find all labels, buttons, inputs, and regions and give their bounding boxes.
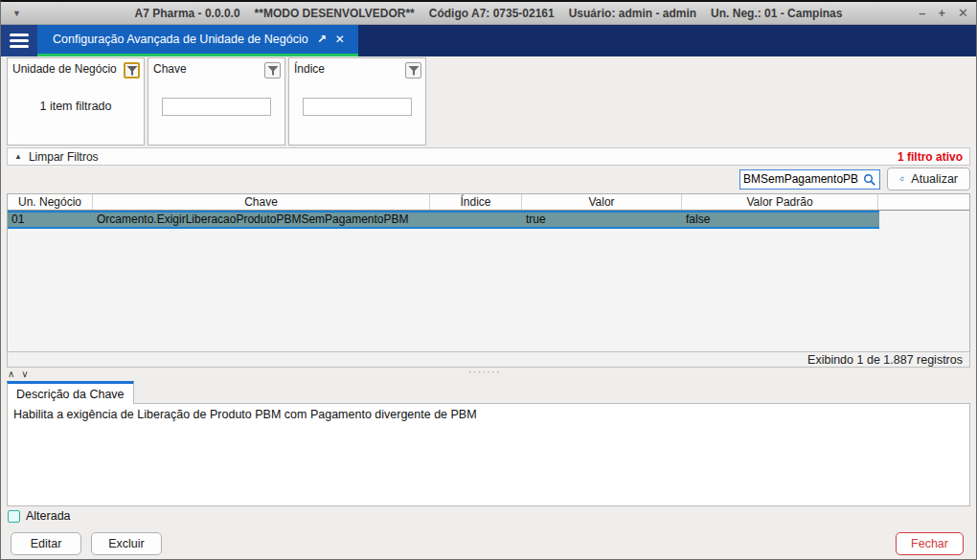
alterada-row: Alterada (8, 509, 71, 523)
column-header-valor-padrao[interactable]: Valor Padrão (682, 194, 878, 210)
hamburger-icon (10, 34, 29, 36)
filter-funnel-icon[interactable] (405, 62, 421, 78)
tab-close-icon[interactable]: ✕ (335, 34, 345, 45)
splitter-handle[interactable]: ······· (468, 367, 501, 377)
search-toolbar: Atualizar (739, 168, 970, 190)
filter-panel-title: Chave (153, 62, 187, 76)
window-title: A7 Pharma - 0.0.0.0 **MODO DESENVOLVEDOR… (1, 7, 976, 20)
description-tab-label: Descrição da Chave (16, 388, 125, 401)
description-box: Habilita a exigência de Liberação de Pro… (7, 403, 970, 506)
filtered-count-label: 1 item filtrado (39, 100, 111, 113)
column-header-valor[interactable]: Valor (522, 194, 682, 210)
title-usuario: Usuário: admin - admin (569, 7, 696, 20)
cell-chave: Orcamento.ExigirLiberacaoProdutoPBMSemPa… (93, 213, 430, 227)
results-table: Un. Negócio Chave Índice Valor Valor Pad… (7, 193, 970, 351)
tab-label: Configuração Avançada de Unidade de Negó… (53, 33, 308, 46)
filter-funnel-icon-active[interactable] (124, 62, 140, 78)
splitter: ∧ ∨ ······· (1, 368, 976, 381)
alterada-checkbox[interactable] (8, 510, 20, 523)
close-button[interactable]: ✕ (958, 7, 968, 19)
app-window: ▼ A7 Pharma - 0.0.0.0 **MODO DESENVOLVED… (0, 0, 977, 560)
description-text: Habilita a exigência de Liberação de Pro… (13, 408, 477, 421)
table-header: Un. Negócio Chave Índice Valor Valor Pad… (8, 194, 969, 211)
refresh-icon (899, 172, 904, 186)
active-filter-count: 1 filtro ativo (897, 150, 963, 164)
expand-up-icon[interactable]: ∧ (8, 370, 14, 379)
cell-indice (430, 213, 522, 227)
titlebar: ▼ A7 Pharma - 0.0.0.0 **MODO DESENVOLVED… (1, 2, 976, 25)
close-window-button[interactable]: Fechar (896, 532, 964, 555)
expand-down-icon[interactable]: ∨ (21, 370, 28, 379)
delete-button[interactable]: Excluir (91, 532, 162, 555)
filter-panel-indice: Índice (288, 57, 426, 146)
table-row-selected[interactable]: 01 Orcamento.ExigirLiberacaoProdutoPBMSe… (8, 211, 879, 229)
column-header-filler (878, 194, 969, 210)
tab-configuracao-avancada[interactable]: Configuração Avançada de Unidade de Negó… (37, 25, 358, 56)
tabbar: Configuração Avançada de Unidade de Negó… (1, 25, 976, 56)
column-header-indice[interactable]: Índice (430, 194, 522, 210)
menu-button[interactable] (1, 25, 37, 56)
status-bar: Exibindo 1 de 1.887 registros (7, 351, 970, 368)
tab-popout-icon[interactable]: ↗ (317, 34, 327, 45)
cell-valor-padrao: false (682, 213, 878, 227)
title-codigo: Código A7: 0735-02161 (429, 7, 555, 20)
maximize-button[interactable]: + (939, 7, 946, 19)
filter-panel-unidade-negocio: Unidade de Negócio 1 item filtrado (7, 57, 145, 146)
collapse-triangle-icon: ▲ (14, 152, 22, 161)
cell-un-negocio: 01 (8, 213, 93, 227)
filter-funnel-icon[interactable] (264, 62, 281, 78)
minimize-button[interactable]: – (919, 7, 925, 19)
record-count-label: Exibindo 1 de 1.887 registros (807, 353, 963, 367)
filter-panel-chave: Chave (148, 57, 285, 146)
indice-filter-input[interactable] (303, 98, 412, 116)
title-app: A7 Pharma - 0.0.0.0 (135, 7, 240, 20)
window-controls: – + ✕ (919, 2, 968, 24)
tab-descricao-da-chave[interactable]: Descrição da Chave (7, 381, 134, 404)
window-menu-icon[interactable]: ▼ (12, 2, 21, 24)
search-icon (863, 173, 876, 187)
title-unidade: Un. Neg.: 01 - Campinas (711, 7, 842, 20)
chave-filter-input[interactable] (162, 98, 271, 116)
title-dev-mode: **MODO DESENVOLVEDOR** (255, 7, 415, 20)
cell-valor: true (522, 213, 682, 227)
edit-button[interactable]: Editar (11, 532, 81, 555)
search-input[interactable] (739, 169, 880, 190)
filter-panel-title: Unidade de Negócio (12, 62, 117, 76)
clear-filters-label: Limpar Filtros (29, 150, 99, 164)
clear-filters-bar[interactable]: ▲ Limpar Filtros 1 filtro ativo (7, 147, 970, 166)
column-header-chave[interactable]: Chave (93, 194, 430, 210)
filter-panel-title: Índice (294, 62, 325, 76)
refresh-label: Atualizar (911, 172, 958, 186)
alterada-label: Alterada (26, 509, 71, 523)
column-header-un-negocio[interactable]: Un. Negócio (8, 194, 93, 210)
refresh-button[interactable]: Atualizar (887, 168, 970, 190)
